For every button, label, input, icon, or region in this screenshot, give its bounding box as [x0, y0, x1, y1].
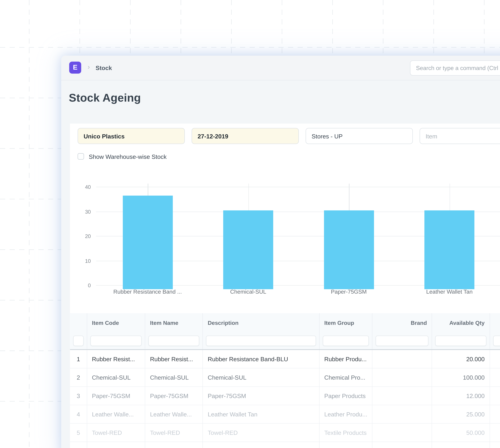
x-axis-label: Chemical-SUL — [230, 288, 266, 295]
average-age-cell: 31.000 — [490, 424, 500, 442]
row-number: 3 — [70, 387, 87, 405]
table-row[interactable]: 4 Leather Walle... Leather Walle... Leat… — [70, 405, 500, 424]
item-code-cell: Leather Walle... — [87, 405, 145, 424]
x-axis-label: Leather Wallet Tan — [426, 288, 473, 295]
description-cell: Towel-RED — [203, 424, 320, 442]
search-input[interactable] — [410, 61, 500, 75]
column-header[interactable] — [70, 313, 87, 332]
brand-cell — [372, 368, 432, 387]
design-canvas: E › Stock P Settings▼ Stock Ageing Menu▼… — [0, 0, 500, 448]
average-age-cell — [490, 442, 500, 448]
table-row[interactable]: 2 Chemical-SUL Chemical-SUL Chemical-SUL… — [70, 368, 500, 387]
column-filter-input[interactable] — [376, 336, 429, 346]
page-title: Stock Ageing — [69, 92, 141, 104]
column-filter-input[interactable] — [323, 336, 369, 346]
item-name-cell: Paper-75GSM — [145, 387, 203, 405]
brand-cell — [372, 442, 432, 448]
item-group-cell: Paper Products — [320, 387, 372, 405]
row-number: 2 — [70, 368, 87, 387]
item-name-cell: Towel-RED — [145, 424, 203, 442]
average-age-cell: 38.000 — [490, 350, 500, 368]
report-panel: Show Warehouse-wise Stock 40 30 20 10 0 — [70, 124, 500, 448]
item-group-cell: Textile Products — [320, 424, 372, 442]
app-window: E › Stock P Settings▼ Stock Ageing Menu▼… — [61, 56, 500, 448]
available-qty-cell — [432, 442, 490, 448]
y-tick: 0 — [74, 282, 91, 288]
column-filter-input[interactable] — [435, 336, 486, 346]
breadcrumb[interactable]: Stock — [96, 64, 112, 71]
column-header[interactable]: Available Qty — [432, 313, 490, 332]
description-cell — [203, 442, 320, 448]
average-age-cell: 32.000 — [490, 368, 500, 387]
item-code-cell: Paper-75GSM — [87, 387, 145, 405]
row-number: 5 — [70, 424, 87, 442]
table-row[interactable]: 5 Towel-RED Towel-RED Towel-RED Textile … — [70, 424, 500, 442]
item-code-cell — [87, 442, 145, 448]
table-header-row: Item Code Item Name Description Item Gro… — [70, 313, 500, 332]
column-header[interactable]: Item Name — [145, 313, 203, 332]
y-tick: 20 — [74, 233, 91, 239]
column-filter-input[interactable] — [206, 336, 316, 346]
row-number: 1 — [70, 350, 87, 368]
column-filter-input[interactable] — [90, 336, 142, 346]
brand-cell — [372, 387, 432, 405]
as-on-date-filter[interactable] — [192, 128, 299, 144]
x-axis-label: Paper-75GSM — [331, 288, 367, 295]
item-group-cell: Rubber Produ... — [320, 350, 372, 368]
available-qty-cell: 25.000 — [432, 405, 490, 424]
item-name-cell — [145, 442, 203, 448]
x-axis-label: Rubber Resistance Band ... — [113, 288, 182, 295]
y-tick: 40 — [74, 184, 91, 190]
item-name-cell: Rubber Resist... — [145, 350, 203, 368]
column-header[interactable]: Description — [203, 313, 320, 332]
description-cell: Leather Wallet Tan — [203, 405, 320, 424]
item-name-cell: Chemical-SUL — [145, 368, 203, 387]
average-age-cell: 32.000 — [490, 387, 500, 405]
warehouse-wise-checkbox[interactable] — [78, 153, 84, 160]
column-header[interactable]: Item Group — [320, 313, 372, 332]
table-row[interactable]: 1 Rubber Resist... Rubber Resist... Rubb… — [70, 350, 500, 368]
breadcrumb-chevron-icon: › — [88, 63, 90, 71]
global-search — [410, 60, 500, 76]
chart-bar[interactable] — [223, 210, 273, 289]
company-filter[interactable] — [78, 128, 185, 144]
chart-bar[interactable] — [424, 210, 474, 289]
table-row[interactable]: 3 Paper-75GSM Paper-75GSM Paper-75GSM Pa… — [70, 387, 500, 405]
report-table: Item Code Item Name Description Item Gro… — [70, 313, 500, 448]
available-qty-cell: 50.000 — [432, 424, 490, 442]
description-cell: Rubber Resistance Band-BLU — [203, 350, 320, 368]
stock-ageing-chart: 40 30 20 10 0 Rubber Resistance Band ... — [70, 184, 500, 304]
column-filter-input[interactable] — [493, 336, 500, 346]
brand-cell — [372, 405, 432, 424]
item-group-cell: Chemical Pro... — [320, 368, 372, 387]
average-age-cell: 32.000 — [490, 405, 500, 424]
column-header[interactable]: Average Age — [490, 313, 500, 332]
gridline: 40 — [96, 187, 500, 187]
available-qty-cell: 20.000 — [432, 350, 490, 368]
chart-bar[interactable] — [123, 196, 173, 289]
available-qty-cell: 100.000 — [432, 368, 490, 387]
column-filter-input[interactable] — [73, 336, 83, 346]
row-number: 4 — [70, 405, 87, 424]
row-number — [70, 442, 87, 448]
item-group-cell: Leather Produ... — [320, 405, 372, 424]
column-filter-input[interactable] — [148, 336, 199, 346]
column-header[interactable]: Item Code — [87, 313, 145, 332]
table-filter-row — [70, 332, 500, 349]
y-tick: 30 — [74, 208, 91, 215]
column-header[interactable]: Brand — [372, 313, 432, 332]
item-code-cell: Towel-RED — [87, 424, 145, 442]
available-qty-cell: 12.000 — [432, 387, 490, 405]
app-logo[interactable]: E — [69, 62, 81, 74]
warehouse-filter[interactable] — [306, 128, 413, 144]
item-code-cell: Rubber Resist... — [87, 350, 145, 368]
item-group-cell — [320, 442, 372, 448]
item-filter[interactable] — [419, 128, 500, 144]
item-code-cell: Chemical-SUL — [87, 368, 145, 387]
table-row[interactable] — [70, 442, 500, 448]
description-cell: Chemical-SUL — [203, 368, 320, 387]
y-tick: 10 — [74, 258, 91, 264]
table-divider — [70, 349, 500, 350]
item-name-cell: Leather Walle... — [145, 405, 203, 424]
chart-bar[interactable] — [324, 210, 374, 289]
